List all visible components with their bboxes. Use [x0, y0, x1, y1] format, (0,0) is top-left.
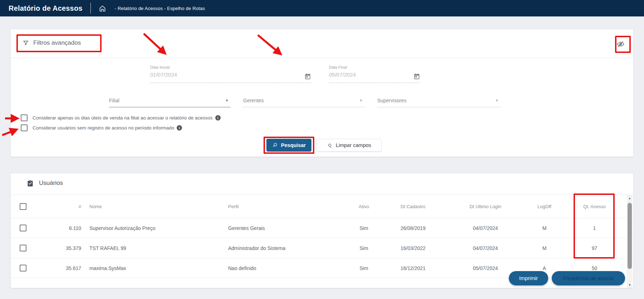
chevron-down-icon[interactable]: ▼ [225, 99, 228, 102]
access-frequency-button-label: Frequência de acesso [563, 275, 614, 281]
scroll-up-icon[interactable]: ▲ [627, 195, 633, 201]
cell-id: 35.617 [45, 265, 82, 271]
cell-logoff: M [527, 225, 561, 231]
row-checkbox[interactable] [20, 225, 26, 231]
search-button-label: Pesquisar [281, 142, 306, 148]
date-end-label: Data Final [329, 65, 420, 69]
home-icon[interactable] [99, 5, 106, 12]
no-access-users-checkbox-label: Considerar usuários sem registro de aces… [33, 125, 174, 131]
users-table-header: # Nome Perfil Ativo Dt Cadastro Dt Ultim… [11, 195, 633, 218]
cell-logoff: A [527, 265, 561, 271]
calendar-icon[interactable] [413, 73, 420, 80]
cell-ativo: Sim [345, 265, 383, 271]
no-access-users-checkbox[interactable] [21, 124, 28, 131]
cell-nome: maxima.SysMax [82, 265, 220, 271]
branch-select-label: Filial [109, 97, 231, 103]
branch-select[interactable]: Filial ▼ [109, 97, 231, 107]
print-button-label: Imprimir [519, 275, 538, 281]
filter-card-title: Filtros avançados [33, 39, 81, 46]
eye-off-icon[interactable] [616, 40, 625, 48]
date-end-field[interactable]: Data Final 05/07/2024 [329, 65, 420, 83]
table-scrollbar[interactable]: ▲ ▼ [627, 195, 633, 288]
cell-ativo: Sim [345, 225, 383, 231]
col-header-id: # [45, 204, 82, 209]
cell-id: 6.110 [45, 225, 82, 231]
users-card-title: Usuários [39, 180, 63, 187]
checkbox-row-business-days: Considerar apenas os dias úteis de venda… [21, 114, 221, 121]
info-icon[interactable]: i [215, 115, 221, 121]
cell-qt-acesso: 97 [561, 245, 628, 251]
users-card: Usuários # Nome Perfil Ativo Dt Cadastro… [11, 173, 633, 288]
header-divider [90, 3, 91, 14]
date-start-value[interactable]: 01/07/2024 [150, 72, 311, 78]
supervisors-select[interactable]: Supervisores ▼ [377, 97, 501, 107]
filter-actions: Pesquisar Limpar campos [11, 139, 633, 152]
cell-perfil: Administrador do Sistema [220, 245, 345, 251]
date-start-underline [150, 83, 311, 83]
chevron-down-icon[interactable]: ▼ [359, 99, 363, 102]
page-title: Relatório de Acessos [9, 4, 83, 13]
chevron-down-icon[interactable]: ▼ [495, 99, 498, 102]
business-days-checkbox[interactable] [21, 114, 28, 121]
app-header: Relatório de Acessos - Relatório de Aces… [0, 0, 644, 16]
row-checkbox[interactable] [20, 265, 26, 271]
cell-id: 35.379 [45, 245, 82, 251]
cell-nome: Supervisor Autorização Preço [82, 225, 220, 231]
col-header-ativo: Ativo [345, 204, 383, 209]
cell-ativo: Sim [345, 245, 383, 251]
search-button[interactable]: Pesquisar [266, 139, 311, 152]
eraser-icon [327, 142, 333, 148]
filter-funnel-icon [23, 40, 29, 46]
col-header-perfil: Perfil [220, 204, 345, 209]
cell-dt-login: 04/07/2024 [443, 245, 527, 251]
search-icon [272, 142, 278, 148]
cell-qt-acesso: 1 [561, 225, 628, 231]
date-end-value[interactable]: 05/07/2024 [329, 72, 420, 78]
access-frequency-button[interactable]: Frequência de acesso [552, 271, 625, 285]
col-header-nome: Nome [82, 204, 220, 209]
cell-dt-login: 05/07/2024 [443, 265, 527, 271]
users-card-header: Usuários [11, 173, 633, 195]
business-days-checkbox-label: Considerar apenas os dias úteis de venda… [33, 115, 213, 121]
managers-select-label: Gerentes [243, 97, 365, 103]
date-start-field[interactable]: Data Inicial 01/07/2024 [150, 65, 311, 83]
clear-fields-button[interactable]: Limpar campos [316, 139, 382, 152]
cell-qt-acesso: 50 [561, 265, 628, 271]
cell-dt-login: 04/07/2024 [443, 225, 527, 231]
col-header-logoff: LogOff [527, 204, 561, 209]
cell-nome: TST RAFAEL 99 [82, 245, 220, 251]
cell-logoff: M [527, 245, 561, 251]
cell-dt-cadastro: 16/12/2021 [383, 265, 443, 271]
info-icon[interactable]: i [177, 125, 182, 131]
filter-card-header: Filtros avançados [11, 29, 633, 58]
clear-fields-button-label: Limpar campos [336, 142, 371, 148]
clipboard-check-icon [27, 180, 34, 187]
col-header-dt-cadastro: Dt Cadastro [383, 204, 443, 209]
date-end-underline [329, 83, 420, 83]
cell-perfil: Nao definido [220, 265, 345, 271]
scroll-down-icon[interactable]: ▼ [627, 282, 633, 288]
cell-dt-cadastro: 26/08/2019 [383, 225, 443, 231]
supervisors-select-label: Supervisores [377, 97, 501, 103]
cell-perfil: Gerentes Gerais [220, 225, 345, 231]
date-start-label: Data Inicial [150, 65, 311, 69]
breadcrumb: - Relatório de Acessos - Espelho de Rota… [115, 6, 205, 11]
managers-select[interactable]: Gerentes ▼ [243, 97, 365, 107]
cell-dt-cadastro: 16/03/2022 [383, 245, 443, 251]
col-header-qt-acesso: Qt. Acesso [561, 204, 628, 209]
advanced-filters-card: Filtros avançados Data Inicial 01/07/202… [11, 29, 633, 157]
print-button[interactable]: Imprimir [509, 271, 548, 285]
checkbox-row-no-access: Considerar usuários sem registro de aces… [21, 124, 182, 131]
col-header-dt-login: Dt Ultimo Login [443, 204, 527, 209]
calendar-icon[interactable] [304, 73, 311, 80]
scrollbar-thumb[interactable] [628, 203, 632, 269]
table-row: 35.379 TST RAFAEL 99 Administrador do Si… [11, 238, 633, 258]
table-row: 6.110 Supervisor Autorização Preço Geren… [11, 218, 633, 238]
row-checkbox[interactable] [20, 245, 26, 251]
advanced-filters-toggle[interactable]: Filtros avançados [23, 39, 81, 46]
select-all-checkbox[interactable] [20, 203, 26, 210]
